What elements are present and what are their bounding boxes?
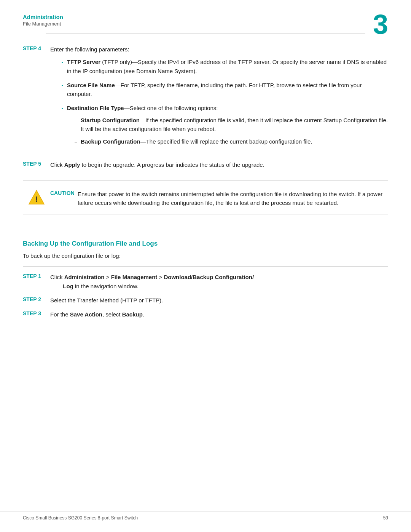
step-4-intro: Enter the following parameters: <box>50 45 388 54</box>
source-bold: Source File Name <box>67 82 115 88</box>
backup-step-3-bold2: Backup <box>122 311 143 318</box>
section-divider-1 <box>23 226 388 226</box>
backup-step-1-before: Click <box>50 274 64 280</box>
bullet-source-text: Source File Name—For TFTP, specify the f… <box>67 81 388 99</box>
caution-label: CAUTION <box>50 190 75 196</box>
header-rule <box>46 34 365 34</box>
backup-step-1-label: STEP 1 <box>23 273 50 279</box>
backup-step-1-content: Click Administration > File Management >… <box>50 273 388 291</box>
tftp-bold: TFTP Server <box>67 59 100 65</box>
step-4-content: Enter the following parameters: TFTP Ser… <box>50 45 388 155</box>
section-title: Backing Up the Configuration File and Lo… <box>23 240 388 248</box>
bullet-dest-text: Destination File Type—Select one of the … <box>67 105 218 111</box>
backup-step-1-sep1: > <box>105 274 111 280</box>
step-5-content: Click Apply to begin the upgrade. A prog… <box>50 160 388 169</box>
footer-page: 59 <box>383 515 388 521</box>
svg-text:!: ! <box>35 195 38 204</box>
sub-backup-text: Backup Configuration—The specified file … <box>81 137 312 146</box>
sub-backup: Backup Configuration—The specified file … <box>67 137 388 146</box>
backup-step-3-bold1: Save Action <box>70 311 102 318</box>
main-content: STEP 4 Enter the following parameters: T… <box>0 34 411 319</box>
bullet-tftp-text: TFTP Server (TFTP only)—Specify the IPv4… <box>67 58 388 75</box>
backup-step-1-end: in the navigation window. <box>73 283 139 289</box>
breadcrumb-sub: File Management <box>23 21 388 27</box>
startup-bold: Startup Configuration <box>81 117 140 123</box>
dest-bold: Destination File Type <box>67 105 124 111</box>
backup-step-1-row: STEP 1 Click Administration > File Manag… <box>23 273 388 291</box>
caution-section: ! CAUTION Ensure that power to the switc… <box>23 180 388 215</box>
footer-left: Cisco Small Business SG200 Series 8-port… <box>23 515 138 521</box>
sub-startup: Startup Configuration—If the specified c… <box>67 116 388 134</box>
step-5-text-before: Click <box>50 161 64 168</box>
step-5-text-after: to begin the upgrade. A progress bar ind… <box>80 161 264 168</box>
header: Administration File Management 3 <box>0 0 411 34</box>
bullet-source-file: Source File Name—For TFTP, specify the f… <box>50 81 388 99</box>
backup-step-3-before: For the <box>50 311 70 318</box>
step-4-row: STEP 4 Enter the following parameters: T… <box>23 45 388 155</box>
backup-step-2-label: STEP 2 <box>23 296 50 302</box>
backup-bold: Backup Configuration <box>81 138 140 145</box>
sub-startup-text: Startup Configuration—If the specified c… <box>81 116 388 134</box>
footer: Cisco Small Business SG200 Series 8-port… <box>0 511 411 521</box>
breadcrumb-admin: Administration <box>23 14 388 20</box>
caution-icon: ! <box>28 189 45 206</box>
step-5-label: STEP 5 <box>23 160 50 167</box>
bullet-tftp-server: TFTP Server (TFTP only)—Specify the IPv4… <box>50 58 388 75</box>
chapter-number: 3 <box>373 11 388 38</box>
backup-step-2-content: Select the Transfer Method (HTTP or TFTP… <box>50 296 388 305</box>
backup-step-2-row: STEP 2 Select the Transfer Method (HTTP … <box>23 296 388 305</box>
backup-step-1-bold1: Administration <box>64 274 105 280</box>
backup-step-1-bold2: File Management <box>111 274 158 280</box>
step-4-label: STEP 4 <box>23 45 50 51</box>
backup-step-3-row: STEP 3 For the Save Action, select Backu… <box>23 310 388 319</box>
step-5-bold: Apply <box>64 161 80 168</box>
backup-step-1-sep2: > <box>157 274 164 280</box>
backup-step-3-end: . <box>143 311 144 318</box>
caution-label-col: CAUTION <box>50 187 78 196</box>
page-container: Administration File Management 3 STEP 4 … <box>0 0 411 532</box>
backup-step-3-label: STEP 3 <box>23 310 50 316</box>
step-5-row: STEP 5 Click Apply to begin the upgrade.… <box>23 160 388 169</box>
caution-text: Ensure that power to the switch remains … <box>78 187 388 208</box>
section-intro: To back up the configuration file or log… <box>23 251 388 260</box>
sub-list: Startup Configuration—If the specified c… <box>67 116 388 146</box>
caution-icon-col: ! <box>23 187 50 206</box>
bullet-dest-file-type: Destination File Type—Select one of the … <box>50 104 388 150</box>
bullet-dest-content: Destination File Type—Select one of the … <box>67 104 388 150</box>
section-divider-2 <box>23 266 388 267</box>
backup-step-3-content: For the Save Action, select Backup. <box>50 310 388 319</box>
backup-step-3-mid: , select <box>102 311 122 318</box>
step-4-bullet-list: TFTP Server (TFTP only)—Specify the IPv4… <box>50 58 388 150</box>
